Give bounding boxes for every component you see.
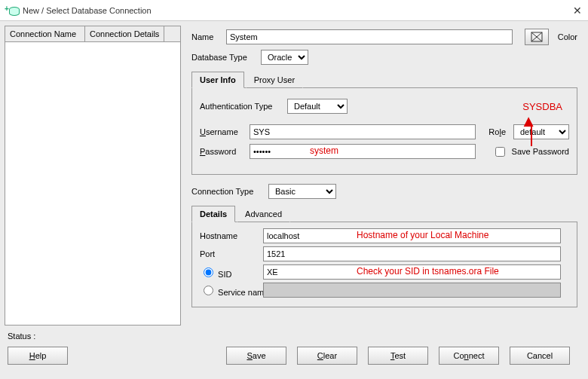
arrow-up-icon: ▲ — [520, 118, 537, 125]
save-password-checkbox[interactable] — [495, 147, 505, 157]
tab-proxy-user[interactable]: Proxy User — [246, 72, 303, 88]
hostname-annotation: Hostname of your Local Machine — [357, 230, 488, 240]
help-button[interactable]: Help — [8, 347, 68, 365]
conntype-select[interactable]: Basic — [268, 184, 336, 199]
sid-label: SID — [218, 270, 231, 279]
sid-annotation: Check your SID in tsnames.ora File — [357, 266, 499, 277]
port-input[interactable] — [263, 246, 561, 261]
user-info-body: Authentication Type Default Username Rol… — [191, 88, 577, 175]
username-label-u: U — [200, 127, 206, 136]
color-swatch-icon — [531, 32, 543, 42]
authtype-label: Authentication Type — [200, 102, 283, 111]
password-label: assword — [205, 147, 236, 156]
sid-radio[interactable] — [204, 267, 213, 277]
service-input — [263, 283, 561, 298]
close-icon[interactable]: ✕ — [573, 5, 582, 17]
dbtype-label: Database Type — [191, 53, 256, 62]
sysdba-annotation: SYSDBA — [522, 101, 562, 112]
details-tabs: Details Advanced — [191, 205, 577, 222]
database-icon — [6, 5, 18, 16]
connection-list[interactable] — [5, 42, 181, 326]
button-bar: Help Save Clear Test Connect Cancel — [0, 342, 588, 369]
tab-advanced[interactable]: Advanced — [237, 206, 290, 222]
name-label: Name — [191, 32, 222, 41]
cancel-button[interactable]: Cancel — [510, 347, 570, 365]
service-label: Service name — [218, 288, 268, 297]
color-label: Color — [558, 32, 577, 41]
dbtype-select[interactable]: Oracle — [261, 50, 308, 65]
col-connection-details[interactable]: Connection Details — [85, 26, 164, 41]
hostname-label: Hostname — [200, 231, 259, 240]
arrow-stem — [531, 124, 532, 146]
service-radio[interactable] — [204, 286, 213, 295]
status-label: Status : — [0, 330, 588, 342]
col-connection-name[interactable]: Connection Name — [5, 26, 85, 41]
window-title: New / Select Database Connection — [23, 6, 152, 15]
password-input[interactable] — [250, 144, 476, 159]
save-password-label: Save Password — [512, 147, 569, 156]
test-button[interactable]: Test — [368, 347, 428, 365]
title-bar: New / Select Database Connection ✕ — [0, 0, 588, 21]
connection-list-panel: Connection Name Connection Details — [5, 26, 181, 326]
port-label: Port — [200, 249, 259, 258]
conntype-label: Connection Type — [191, 187, 264, 196]
name-input[interactable] — [226, 29, 513, 44]
role-label-e: e — [501, 127, 506, 136]
details-body: Hostname Hostname of your Local Machine … — [191, 222, 577, 307]
tab-details[interactable]: Details — [191, 206, 235, 222]
save-button[interactable]: Save — [226, 347, 286, 365]
password-annotation: system — [310, 145, 338, 156]
form-panel: Name Color Database Type Oracle User Inf… — [185, 26, 583, 326]
color-button[interactable] — [525, 29, 549, 45]
username-label: sername — [206, 127, 238, 136]
tab-user-info[interactable]: User Info — [191, 72, 244, 88]
username-input[interactable] — [250, 124, 476, 139]
connect-button[interactable]: Connect — [439, 347, 499, 365]
authtype-select[interactable]: Default — [287, 99, 348, 114]
clear-button[interactable]: Clear — [297, 347, 357, 365]
role-label-r: Ro — [488, 127, 499, 136]
auth-tabs: User Info Proxy User — [191, 71, 577, 88]
